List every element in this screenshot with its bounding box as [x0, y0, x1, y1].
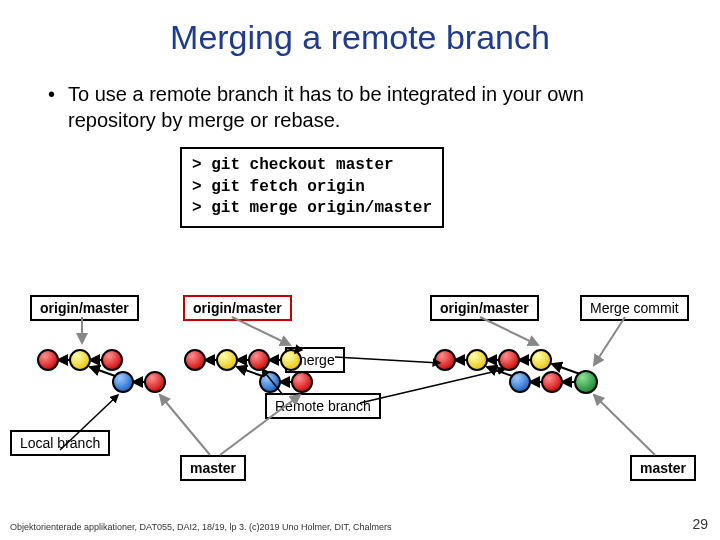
callout-arrows: [0, 295, 720, 495]
svg-line-38: [295, 347, 300, 353]
svg-line-36: [480, 317, 538, 345]
svg-line-35: [232, 317, 290, 345]
svg-line-42: [160, 395, 210, 455]
slide-title: Merging a remote branch: [0, 18, 720, 57]
svg-line-39: [335, 357, 440, 363]
svg-line-40: [262, 369, 283, 395]
svg-line-41: [360, 369, 505, 403]
svg-line-45: [60, 395, 118, 450]
svg-line-44: [594, 395, 655, 455]
svg-line-43: [220, 395, 300, 455]
diagram-area: origin/master origin/master origin/maste…: [0, 295, 720, 465]
page-number: 29: [692, 516, 708, 532]
bullet-text: To use a remote branch it has to be inte…: [48, 81, 672, 133]
svg-line-37: [594, 317, 625, 365]
footer-text: Objektorienterade applikationer, DAT055,…: [10, 522, 710, 532]
code-block: > git checkout master > git fetch origin…: [180, 147, 444, 228]
